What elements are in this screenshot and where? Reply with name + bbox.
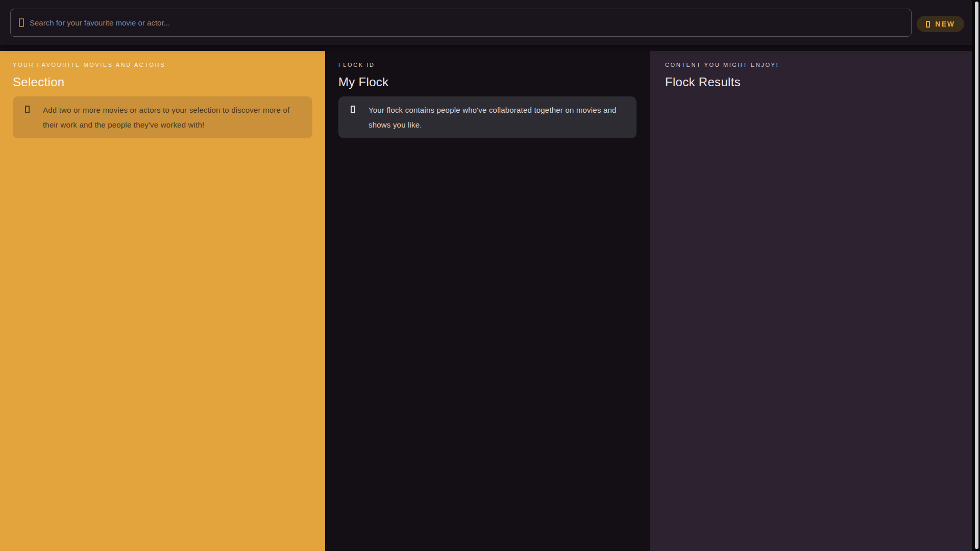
flock-info-text: Your flock contains people who've collab…: [369, 103, 624, 132]
scrollbar: [972, 0, 980, 551]
flock-results-panel: CONTENT YOU MIGHT ENJOY! Flock Results: [650, 51, 972, 551]
results-eyebrow: CONTENT YOU MIGHT ENJOY!: [665, 62, 957, 68]
flock-title: My Flock: [338, 74, 636, 90]
flock-info-box: Your flock contains people who've collab…: [338, 96, 636, 138]
selection-info-text: Add two or more movies or actors to your…: [43, 103, 298, 132]
flock-panel: FLOCK ID My Flock Your flock contains pe…: [325, 51, 650, 551]
results-title: Flock Results: [665, 74, 957, 90]
selection-info-box: Add two or more movies or actors to your…: [13, 96, 312, 138]
flock-eyebrow: FLOCK ID: [338, 62, 636, 68]
selection-title: Selection: [13, 74, 312, 90]
new-flock-button[interactable]: NEW: [917, 16, 964, 32]
main-content: YOUR FAVOURITE MOVIES AND ACTORS Selecti…: [0, 51, 972, 551]
info-icon: [351, 106, 355, 113]
search-input[interactable]: [30, 18, 903, 27]
new-button-label: NEW: [935, 20, 955, 28]
info-icon: [25, 106, 30, 113]
selection-panel: YOUR FAVOURITE MOVIES AND ACTORS Selecti…: [0, 51, 325, 551]
new-icon: [926, 21, 930, 28]
search-icon: [19, 18, 24, 27]
selection-eyebrow: YOUR FAVOURITE MOVIES AND ACTORS: [13, 62, 312, 68]
search-bar: [10, 9, 912, 37]
scrollbar-thumb[interactable]: [975, 2, 978, 549]
top-bar: NEW: [0, 0, 972, 45]
